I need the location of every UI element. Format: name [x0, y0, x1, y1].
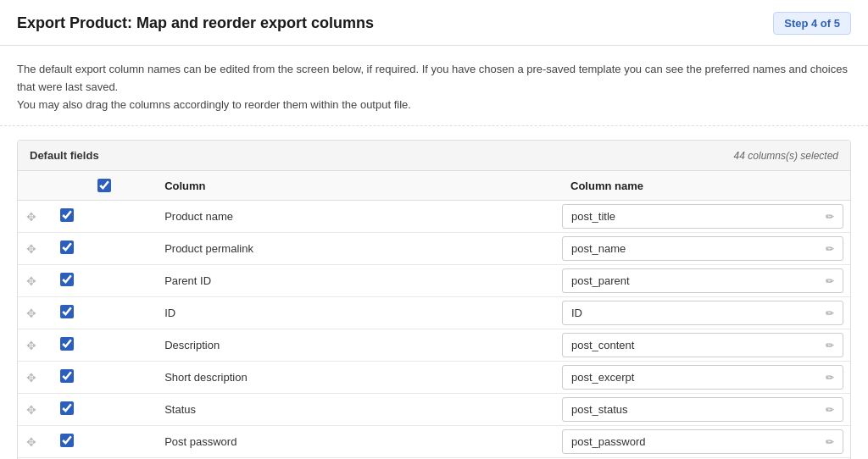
column-name-input-wrapper [562, 333, 843, 357]
edit-column-name-button[interactable] [817, 205, 843, 228]
th-column-name: Column name [562, 171, 850, 201]
row-checkbox[interactable] [60, 434, 74, 447]
edit-column-name-button[interactable] [817, 237, 843, 260]
drag-handle-icon[interactable] [26, 338, 36, 352]
pencil-icon [826, 371, 834, 384]
row-checkbox-cell [52, 233, 156, 265]
pencil-icon [826, 210, 834, 223]
column-name-cell [562, 426, 850, 458]
row-checkbox-cell [52, 426, 156, 458]
column-label: Product permalink [156, 233, 562, 265]
drag-handle-icon[interactable] [26, 274, 36, 288]
row-checkbox[interactable] [60, 208, 74, 222]
column-label: Short description [156, 362, 562, 394]
table-row: ID [18, 297, 850, 329]
column-name-cell [562, 362, 850, 394]
column-name-input[interactable] [563, 398, 817, 421]
column-name-input-wrapper [562, 397, 843, 422]
column-name-input[interactable] [563, 301, 817, 324]
pencil-icon [826, 339, 834, 351]
edit-column-name-button[interactable] [817, 334, 843, 357]
row-checkbox-cell [52, 394, 156, 426]
column-name-cell [562, 201, 850, 233]
row-checkbox[interactable] [60, 241, 74, 254]
row-checkbox[interactable] [60, 337, 74, 351]
edit-column-name-button[interactable] [817, 301, 843, 324]
pencil-icon [826, 403, 834, 416]
column-name-cell [562, 329, 850, 362]
pencil-icon [826, 242, 834, 255]
row-checkbox[interactable] [60, 369, 74, 383]
drag-cell [18, 394, 52, 426]
drag-handle-icon[interactable] [26, 370, 36, 384]
edit-column-name-button[interactable] [817, 398, 843, 421]
table-row: Status [18, 394, 850, 426]
column-label: Post password [156, 426, 562, 458]
table-row: Short description [18, 362, 850, 394]
column-name-input-wrapper [562, 204, 843, 229]
drag-cell [18, 201, 52, 233]
th-checkbox [52, 171, 156, 201]
row-checkbox[interactable] [60, 273, 74, 286]
column-name-input[interactable] [563, 430, 817, 453]
step-badge: Step 4 of 5 [773, 12, 851, 35]
edit-column-name-button[interactable] [817, 366, 843, 389]
drag-cell [18, 265, 52, 297]
row-checkbox-cell [52, 201, 156, 233]
columns-selected-count: 44 columns(s) selected [734, 150, 838, 162]
column-name-cell [562, 233, 850, 265]
th-column: Column [156, 171, 562, 201]
drag-cell [18, 233, 52, 265]
drag-cell [18, 297, 52, 329]
description-block: The default export column names can be e… [0, 46, 868, 126]
column-name-input-wrapper [562, 429, 843, 454]
column-name-input[interactable] [563, 334, 817, 357]
page-header: Export Product: Map and reorder export c… [0, 0, 868, 46]
drag-handle-icon[interactable] [26, 241, 36, 256]
description-line2: You may also drag the columns accordingl… [17, 97, 851, 114]
column-name-input-wrapper [562, 236, 843, 261]
columns-table-container: Default fields 44 columns(s) selected Co… [17, 140, 851, 459]
drag-handle-icon[interactable] [26, 434, 36, 449]
table-row: Product permalink [18, 233, 850, 265]
row-checkbox-cell [52, 329, 156, 362]
section-label: Default fields [30, 149, 99, 162]
table-header-row: Column Column name [18, 171, 850, 201]
table-row: Description [18, 329, 850, 362]
column-name-cell [562, 265, 850, 297]
edit-column-name-button[interactable] [817, 430, 843, 453]
drag-cell [18, 329, 52, 362]
th-drag [18, 171, 52, 201]
pencil-icon [826, 435, 834, 448]
drag-handle-icon[interactable] [26, 402, 36, 417]
column-name-input-wrapper [562, 301, 843, 325]
drag-cell [18, 426, 52, 458]
column-name-input-wrapper [562, 268, 843, 293]
row-checkbox-cell [52, 265, 156, 297]
row-checkbox-cell [52, 362, 156, 394]
column-label: Parent ID [156, 265, 562, 297]
column-name-input[interactable] [563, 237, 817, 260]
column-name-input[interactable] [563, 205, 817, 228]
edit-column-name-button[interactable] [817, 269, 843, 292]
column-name-cell [562, 394, 850, 426]
select-all-checkbox[interactable] [97, 179, 111, 192]
row-checkbox[interactable] [60, 305, 74, 318]
row-checkbox[interactable] [60, 401, 74, 415]
column-name-input[interactable] [563, 269, 817, 292]
table-header-bar: Default fields 44 columns(s) selected [18, 141, 850, 171]
column-label: ID [156, 297, 562, 329]
column-label: Product name [156, 201, 562, 233]
row-checkbox-cell [52, 297, 156, 329]
main-content: Default fields 44 columns(s) selected Co… [0, 126, 868, 459]
drag-handle-icon[interactable] [26, 306, 36, 320]
description-line1: The default export column names can be e… [17, 61, 851, 97]
table-row: Product name [18, 201, 850, 233]
table-row: Post password [18, 426, 850, 458]
pencil-icon [826, 274, 834, 287]
column-name-input-wrapper [562, 365, 843, 390]
drag-handle-icon[interactable] [26, 209, 36, 224]
column-name-cell [562, 297, 850, 329]
pencil-icon [826, 307, 834, 319]
column-name-input[interactable] [563, 366, 817, 389]
